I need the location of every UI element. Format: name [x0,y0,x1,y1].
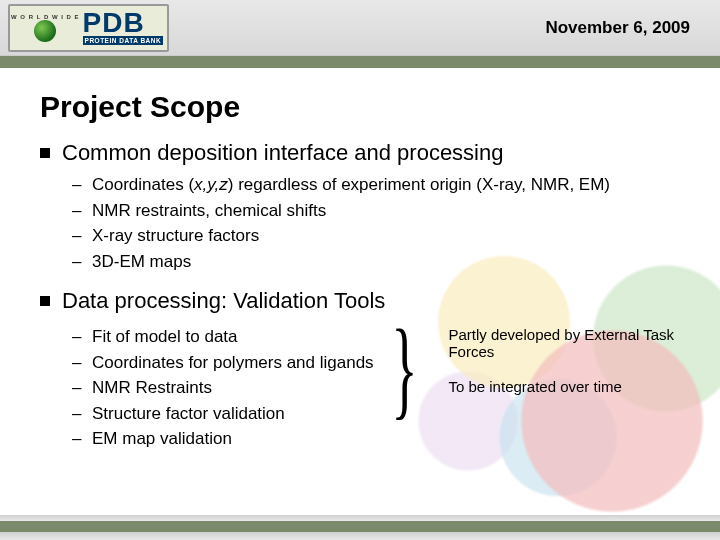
header: W O R L D W I D E PDB PROTEIN DATA BANK … [0,0,720,56]
s1-item-0: Coordinates (x,y,z) regardless of experi… [62,172,680,198]
section-2-head: Data processing: Validation Tools [40,288,680,314]
s1-item-3: 3D-EM maps [62,249,680,275]
s2-item-4: EM map validation [62,426,374,452]
note-1: Partly developed by External Task Forces [448,326,680,360]
pdb-logo: W O R L D W I D E PDB PROTEIN DATA BANK [8,4,169,52]
slide-title: Project Scope [40,90,680,124]
note-2: To be integrated over time [448,378,680,395]
s1-item-1: NMR restraints, chemical shifts [62,198,680,224]
s1-item-2: X-ray structure factors [62,223,680,249]
s2-item-1: Coordinates for polymers and ligands [62,350,374,376]
footer [0,515,720,540]
brace-icon: } [391,316,417,421]
s2-item-3: Structure factor validation [62,401,374,427]
accent-bar [0,56,720,68]
logo-main-text: PDB [83,10,164,35]
s2-item-0: Fit of model to data [62,324,374,350]
slide-content: Project Scope Common deposition interfac… [0,68,720,466]
globe-icon [34,20,56,42]
logo-top-text: W O R L D W I D E [11,14,80,20]
header-date: November 6, 2009 [545,18,690,38]
s2-item-2: NMR Restraints [62,375,374,401]
section-1-head: Common deposition interface and processi… [40,140,680,166]
side-notes: Partly developed by External Task Forces… [448,320,680,413]
logo-sub-text: PROTEIN DATA BANK [83,36,164,45]
